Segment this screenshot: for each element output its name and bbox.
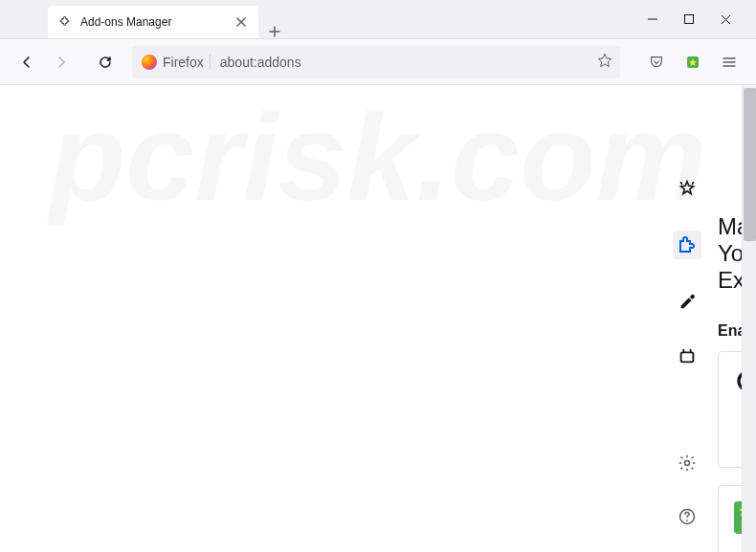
search-icon (734, 367, 742, 400)
recommendations-category[interactable] (673, 175, 701, 204)
firefox-icon (142, 55, 157, 70)
main-content: Find more add-ons Search addons.mozilla.… (718, 85, 742, 552)
svg-rect-4 (681, 352, 694, 362)
url-bar[interactable]: Firefox about:addons (132, 46, 620, 78)
watermark-text: pcrisk.com (50, 85, 706, 552)
identity-box[interactable]: Firefox (140, 55, 211, 70)
identity-label: Firefox (163, 55, 204, 70)
help-button[interactable] (673, 502, 701, 531)
close-tab-button[interactable] (235, 16, 247, 28)
extensions-category[interactable] (673, 231, 701, 259)
reload-button[interactable] (90, 47, 121, 77)
addon-card[interactable]: Template Search This add-on requests per… (718, 485, 742, 552)
plugins-category[interactable] (673, 342, 701, 370)
window-controls (643, 10, 756, 29)
back-button[interactable] (11, 47, 42, 77)
svg-marker-1 (598, 54, 611, 66)
puzzle-icon (59, 14, 73, 31)
category-sidebar (656, 85, 718, 552)
app-menu-button[interactable] (714, 47, 745, 77)
tab-bar: Add-ons Manager (0, 0, 281, 38)
browser-tab[interactable]: Add-ons Manager (48, 6, 258, 38)
settings-button[interactable] (673, 449, 701, 477)
url-text: about:addons (220, 55, 588, 70)
svg-rect-0 (685, 15, 694, 24)
forward-button[interactable] (46, 47, 77, 77)
tab-title: Add-ons Manager (80, 15, 171, 29)
page-title: Manage Your Extensions (718, 213, 742, 294)
template-search-icon (734, 501, 742, 534)
new-tab-button[interactable] (268, 25, 281, 38)
addon-card[interactable]: Freshy Newtab and Search This add-on req… (718, 351, 742, 468)
maximize-button[interactable] (679, 10, 699, 29)
close-window-button[interactable] (716, 10, 735, 29)
minimize-button[interactable] (643, 10, 662, 29)
scrollbar-thumb[interactable] (744, 88, 756, 241)
extension-button[interactable] (678, 47, 708, 77)
window-titlebar: Add-ons Manager (0, 0, 756, 39)
pocket-button[interactable] (641, 47, 672, 77)
bookmark-star-icon[interactable] (597, 53, 612, 72)
navigation-toolbar: Firefox about:addons (0, 39, 756, 85)
themes-category[interactable] (673, 286, 701, 315)
svg-point-5 (685, 461, 690, 466)
scrollbar[interactable] (742, 85, 756, 552)
